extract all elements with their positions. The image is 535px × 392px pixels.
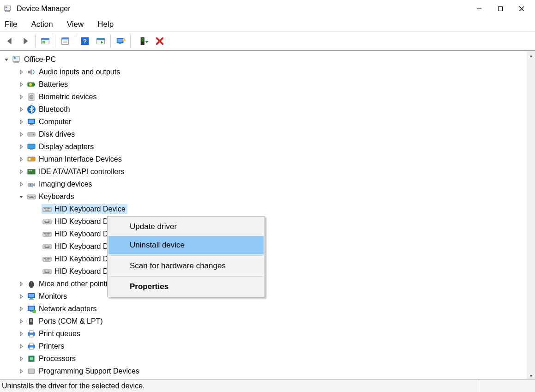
chevron-right-icon[interactable] (18, 168, 25, 175)
tree-item[interactable]: Disk drives (2, 128, 527, 140)
tree-item[interactable]: Audio inputs and outputs (2, 66, 527, 78)
menu-view[interactable]: View (65, 19, 86, 30)
network-icon (27, 304, 36, 314)
tree-item[interactable]: Batteries (2, 78, 527, 90)
vertical-scrollbar[interactable]: ▴ ▾ (527, 51, 535, 380)
keyboard-icon (42, 205, 52, 214)
tree-item[interactable]: Print queues (2, 327, 527, 340)
chevron-down-icon[interactable] (18, 193, 25, 200)
close-button[interactable] (511, 2, 532, 16)
svg-rect-41 (28, 144, 35, 149)
toolbar-back[interactable] (2, 34, 18, 48)
toolbar: ? (0, 32, 535, 50)
svg-rect-83 (49, 246, 50, 247)
maximize-button[interactable] (490, 2, 511, 16)
chevron-right-icon[interactable] (18, 156, 25, 163)
menu-file[interactable]: File (3, 19, 19, 30)
prog-icon (27, 367, 36, 376)
toolbar-forward[interactable] (18, 34, 33, 48)
tree-item[interactable]: Human Interface Devices (2, 153, 527, 165)
window-title: Device Manager (17, 5, 71, 13)
toolbar-scan-hardware[interactable] (113, 34, 128, 48)
svg-rect-72 (44, 233, 45, 234)
chevron-right-icon[interactable] (18, 93, 25, 101)
svg-rect-75 (48, 233, 49, 234)
tree-item-label: Processors (39, 355, 76, 363)
monitor2-icon (27, 292, 36, 301)
tree-item[interactable]: Computer (2, 115, 527, 128)
scroll-down-arrow[interactable]: ▾ (527, 371, 535, 380)
tree-item[interactable]: Processors (2, 352, 527, 365)
svg-rect-60 (47, 208, 48, 209)
toolbar-help[interactable]: ? (77, 34, 93, 48)
tree-item[interactable]: Ports (COM & LPT) (2, 315, 527, 327)
chevron-right-icon[interactable] (18, 368, 25, 375)
svg-rect-59 (45, 208, 46, 209)
tree-item[interactable]: Keyboards (2, 190, 527, 203)
svg-rect-81 (47, 246, 48, 247)
chevron-down-icon[interactable] (3, 56, 10, 63)
chevron-right-icon[interactable] (18, 343, 25, 350)
svg-rect-86 (44, 258, 45, 259)
chevron-right-icon[interactable] (18, 181, 25, 188)
toolbar-show-hidden[interactable] (37, 34, 53, 48)
svg-rect-24 (13, 56, 19, 61)
chevron-right-icon[interactable] (18, 68, 25, 76)
status-text: Uninstalls the driver for the selected d… (2, 382, 479, 390)
svg-rect-25 (14, 61, 18, 63)
toolbar-enable-device[interactable] (136, 34, 152, 48)
svg-rect-104 (29, 299, 34, 300)
tree-item[interactable]: Programming Support Devices (2, 365, 527, 377)
chevron-right-icon[interactable] (18, 318, 25, 325)
minimize-button[interactable] (469, 2, 490, 16)
tree-item-label: Monitors (39, 292, 67, 301)
context-menu-item[interactable]: Properties (108, 277, 264, 296)
toolbar-uninstall-device[interactable] (152, 34, 168, 48)
chevron-right-icon[interactable] (18, 143, 25, 151)
svg-rect-93 (44, 271, 45, 271)
toolbar-update-driver[interactable] (93, 34, 108, 48)
menu-help[interactable]: Help (96, 19, 115, 30)
context-menu-item[interactable]: Scan for hardware changes (108, 257, 264, 275)
app-icon (4, 5, 12, 13)
tree-item[interactable]: Network adapters (2, 302, 527, 315)
svg-rect-63 (45, 210, 49, 211)
tree-item[interactable]: Imaging devices (2, 178, 527, 190)
svg-rect-116 (30, 347, 33, 350)
svg-point-30 (29, 83, 32, 86)
window-controls (469, 2, 532, 16)
chevron-right-icon[interactable] (18, 293, 25, 300)
keyboard-icon (42, 267, 52, 276)
svg-rect-69 (49, 221, 50, 222)
tree-item[interactable]: Bluetooth (2, 103, 527, 115)
chevron-right-icon[interactable] (18, 330, 25, 338)
tree-item[interactable]: Office-PC (2, 53, 527, 66)
chevron-right-icon[interactable] (18, 305, 25, 313)
context-menu-separator (109, 255, 263, 256)
tree-item[interactable]: Biometric devices (2, 90, 527, 103)
bluetooth-icon (27, 105, 36, 114)
tree-item-label: Human Interface Devices (39, 155, 122, 163)
context-menu-item[interactable]: Update driver (108, 217, 264, 236)
tree-item[interactable]: Display adapters (2, 140, 527, 153)
chevron-right-icon[interactable] (18, 106, 25, 113)
context-menu-item[interactable]: Uninstall device (108, 236, 264, 254)
tree-item[interactable]: IDE ATA/ATAPI controllers (2, 165, 527, 178)
device-tree[interactable]: Office-PCAudio inputs and outputsBatteri… (0, 51, 527, 380)
speaker-icon (27, 67, 36, 77)
tree-item[interactable]: HID Keyboard Device (2, 203, 527, 215)
svg-text:?: ? (83, 38, 87, 45)
svg-rect-84 (45, 247, 49, 248)
tree-item[interactable]: Printers (2, 340, 527, 352)
chevron-right-icon[interactable] (18, 355, 25, 362)
chevron-right-icon[interactable] (18, 280, 25, 288)
menu-action[interactable]: Action (29, 19, 54, 30)
chevron-right-icon[interactable] (18, 118, 25, 126)
toolbar-properties[interactable] (57, 34, 73, 48)
tree-item-label: Batteries (39, 80, 68, 89)
scroll-up-arrow[interactable]: ▴ (527, 51, 535, 60)
tree-item-label: Network adapters (39, 305, 96, 313)
chevron-right-icon[interactable] (18, 81, 25, 88)
chevron-right-icon[interactable] (18, 131, 25, 138)
mouse-icon (27, 279, 36, 289)
